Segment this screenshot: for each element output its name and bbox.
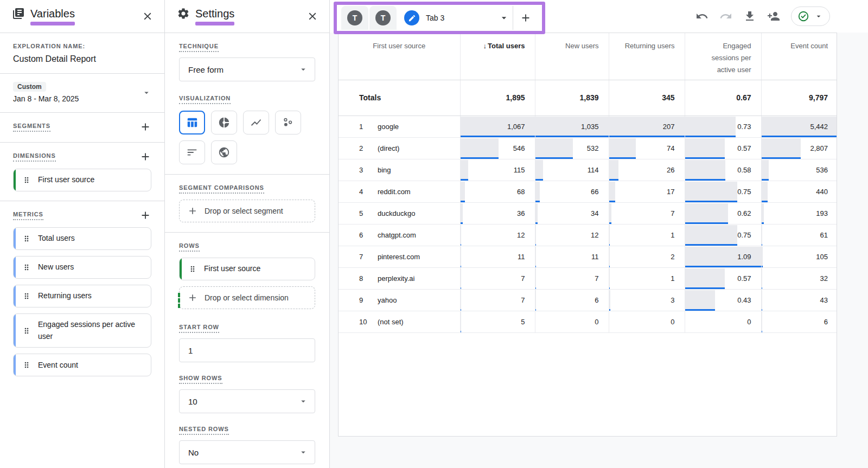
column-header-engaged-sessions-per-active-user[interactable]: Engaged sessions per active user [685, 33, 761, 80]
metric-cell: 43 [761, 289, 837, 311]
value-bar-underline [762, 201, 768, 202]
value-bar [762, 247, 763, 267]
value-bar-underline [461, 157, 499, 159]
nested-rows-value: No [188, 448, 199, 457]
value-bar-underline [609, 309, 610, 311]
metric-value: 2 [671, 253, 674, 261]
toolbar [695, 7, 830, 26]
metric-chip[interactable]: Total users [13, 227, 151, 250]
viz-table-button[interactable] [179, 111, 205, 134]
chip-label: New users [38, 261, 74, 273]
show-rows-select[interactable]: 10 [179, 389, 315, 413]
totals-label-cell: Totals [339, 80, 460, 116]
add-segment-icon[interactable] [139, 121, 151, 133]
metric-value: 0 [747, 318, 751, 326]
table-row[interactable]: 9yahoo7630.4343 [339, 289, 837, 311]
metric-chip[interactable]: New users [13, 256, 151, 279]
value-bar-underline [535, 266, 536, 267]
column-header-new-users[interactable]: New users [535, 33, 609, 80]
source-name: bing [378, 166, 391, 174]
table-row[interactable]: 1google1,0671,0352070.735,442 [339, 116, 837, 137]
table-row[interactable]: 2(direct)546532740.572,807 [339, 137, 837, 159]
viz-line-chart-button[interactable] [243, 111, 269, 134]
technique-select[interactable]: Free form [179, 57, 315, 81]
metric-cell: 74 [609, 137, 685, 159]
metric-value: 0.75 [737, 231, 751, 239]
redo-icon[interactable] [719, 10, 732, 23]
value-bar [609, 138, 636, 158]
tab-1-collapsed[interactable]: T [341, 6, 368, 30]
metric-value: 6 [595, 296, 598, 304]
metric-value: 7 [595, 274, 598, 283]
metric-chip[interactable]: Event count [13, 354, 151, 376]
settings-panel-title: Settings [195, 7, 234, 25]
download-icon[interactable] [743, 10, 756, 23]
chevron-down-icon [499, 12, 509, 23]
table-row[interactable]: 4reddit.com6866170.75440 [339, 181, 837, 202]
tab-3-active[interactable]: Tab 3 [398, 6, 513, 30]
row-rank: 6 [359, 231, 378, 239]
table-row[interactable]: 7pinterest.com111121.09105 [339, 246, 837, 267]
tab-2-collapsed[interactable]: T [369, 6, 397, 30]
add-metric-icon[interactable] [139, 209, 151, 221]
start-row-field[interactable]: 1 [179, 338, 315, 362]
value-bar-underline [535, 309, 536, 311]
table-row[interactable]: 3bing115114260.58536 [339, 159, 837, 181]
metrics-section: METRICS Total usersNew usersReturning us… [0, 201, 164, 386]
value-bar-underline [535, 201, 540, 202]
exploration-name-value[interactable]: Custom Detail Report [13, 54, 151, 64]
metric-value: 7 [671, 209, 674, 217]
column-header-first-user-source[interactable]: First user source [339, 33, 460, 80]
value-bar [535, 225, 537, 245]
value-bar [461, 225, 462, 245]
undo-icon[interactable] [695, 10, 709, 23]
save-status-pill[interactable] [791, 7, 830, 26]
close-variables-icon[interactable] [142, 10, 154, 22]
dimension-chip[interactable]: First user source [13, 169, 151, 191]
column-header-event-count[interactable]: Event count [761, 33, 837, 80]
add-tab-button[interactable] [513, 6, 538, 30]
row-rank: 2 [359, 144, 378, 152]
geo-map-icon [218, 146, 230, 158]
column-header-label: First user source [373, 42, 425, 50]
metric-cell: 66 [535, 181, 609, 202]
row-rank: 5 [359, 209, 378, 217]
metric-chip[interactable]: Returning users [13, 285, 151, 307]
viz-bar-chart-button[interactable] [179, 140, 205, 164]
scatter-plot-icon [282, 117, 294, 129]
metric-value: 12 [517, 231, 525, 239]
share-add-user-icon[interactable] [767, 10, 780, 23]
value-bar [762, 160, 769, 180]
metric-value: 11 [518, 253, 525, 261]
table-row[interactable]: 10(not set)50006 [339, 311, 837, 332]
date-range-selector[interactable]: Custom Jan 8 - Mar 8, 2025 [0, 74, 164, 112]
column-header-total-users[interactable]: ↓Total users [460, 33, 535, 80]
add-dimension-icon[interactable] [139, 151, 151, 163]
column-header-returning-users[interactable]: Returning users [609, 33, 685, 80]
nested-rows-select[interactable]: No [179, 440, 315, 464]
metric-cell: 193 [761, 202, 837, 224]
segment-dropzone[interactable]: Drop or select segment [179, 200, 315, 222]
viz-geo-map-button[interactable] [211, 140, 237, 164]
metric-value: 36 [517, 209, 525, 217]
row-rank: 10 [359, 318, 378, 326]
metric-value: 43 [820, 296, 828, 304]
table-row[interactable]: 8perplexity.ai7710.5732 [339, 267, 837, 289]
value-bar-underline [535, 157, 573, 159]
table-row[interactable]: 5duckduckgo363470.62193 [339, 202, 837, 224]
viz-donut-chart-button[interactable] [211, 111, 237, 134]
viz-scatter-plot-button[interactable] [275, 111, 301, 134]
date-range-text: Jan 8 - Mar 8, 2025 [13, 94, 79, 103]
metric-value: 0.57 [737, 144, 751, 152]
row-dimension-chip[interactable]: First user source [179, 258, 315, 280]
close-settings-icon[interactable] [307, 10, 318, 22]
value-bar-underline [762, 266, 763, 267]
variables-panel-header: Variables [0, 0, 164, 33]
metric-value: 68 [517, 188, 525, 196]
dimension-dropzone[interactable]: Drop or select dimension [179, 286, 315, 309]
metric-chip[interactable]: Engaged sessions per active user [13, 313, 151, 348]
start-row-section: START ROW 1 [165, 319, 329, 372]
row-rank: 7 [359, 253, 378, 261]
table-row[interactable]: 6chatgpt.com121210.7561 [339, 224, 837, 246]
show-rows-value: 10 [188, 397, 197, 406]
